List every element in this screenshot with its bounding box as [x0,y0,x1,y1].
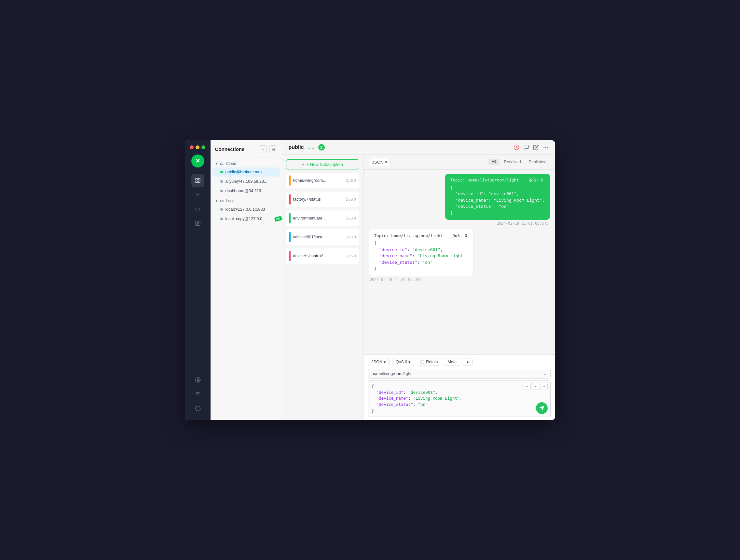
svg-rect-2 [196,181,197,183]
subscription-qos: QoS 0 [346,235,356,239]
chevron-down-icon: ▼ [215,161,218,165]
messages-list: Topic: home/livingroom/light QoS: 0 { "d… [364,170,555,354]
new-subscription-button[interactable]: + + New Subscription [286,159,359,170]
svg-point-17 [544,147,544,148]
subscription-color-indicator [289,175,291,186]
nav-code-icon[interactable] [191,203,204,216]
filter-published-button[interactable]: Published [526,159,550,165]
connection-name: dashboard@34.219.... [225,189,266,193]
connection-item-local-copy[interactable]: local_copy@127.0.0.... SSL [212,214,280,223]
connection-status-dot [220,180,223,183]
nav-connections-icon[interactable] [191,174,204,187]
subscription-count-badge: 2 [318,144,325,150]
connection-status-dot [220,218,223,220]
svg-point-18 [545,147,546,148]
retain-button[interactable]: Retain [417,358,441,366]
message-item-sent: Topic: home/livingroom/light QoS: 0 { "d… [369,174,550,226]
local-group-header[interactable]: ▼ 🗂 Local [210,197,282,205]
expand-composer-button[interactable]: ▲ [463,358,472,366]
subscription-color-indicator [289,232,291,242]
topic-input[interactable] [372,371,543,376]
message-topic-received: Topic: home/livingroom/light QoS: 0 [374,233,469,238]
content-area: + + New Subscription home/livingroom... … [282,155,555,420]
subscription-color-indicator [289,251,291,261]
message-topic-sent: Topic: home/livingroom/light QoS: 0 [450,178,545,183]
payload-text[interactable]: { "device_id": "device001", "device_name… [372,383,547,414]
chevron-down-icon: ▾ [408,360,411,364]
subscription-item[interactable]: factory/+/status QoS 0 [286,192,359,207]
app-logo: ✕ [191,154,204,167]
message-item-received: Topic: home/livingroom/light QoS: 0 { "d… [369,229,550,282]
nav-add-icon[interactable] [191,188,204,201]
folder-icon: 🗂 [220,199,224,203]
nav-scripts-icon[interactable] [191,217,204,230]
svg-rect-1 [198,178,200,180]
subscription-item[interactable]: environment/are... QoS 0 [286,210,359,226]
connection-item-dashboard[interactable]: dashboard@34.219.... [212,186,280,196]
qos-select[interactable]: QoS 0 ▾ [392,358,414,366]
maximize-button[interactable] [201,145,205,149]
payload-back-button[interactable]: ← [524,383,531,390]
nav-wifi-icon[interactable] [191,387,204,401]
payload-nav: ← − → [524,383,548,390]
message-log-button[interactable] [523,144,529,150]
qos-value: QoS 0 [396,360,407,364]
subscription-item[interactable]: home/livingroom... QoS 0 [286,173,359,188]
topic-row: ⌄ [368,369,551,378]
payload-minus-button[interactable]: − [532,383,539,390]
connection-status-dot [220,208,223,211]
payload-forward-button[interactable]: → [541,383,548,390]
connection-item-aliyun[interactable]: aliyun@47.109.59.23... [212,177,280,186]
connection-name: local@127.0.0.1:1883 [225,207,265,212]
connection-dropdown-icon[interactable]: ⌄⌄ [307,145,315,150]
layout-button[interactable]: ⊟ [269,145,277,153]
filter-received-button[interactable]: Received [500,159,524,165]
connection-display-name: public [289,144,304,150]
subscription-item[interactable]: vehicle/001/loca... QoS 0 [286,229,359,245]
composer-format-select[interactable]: JSON ▾ [368,358,389,366]
close-button[interactable] [190,145,194,149]
connections-panel: Connections ＋ ⊟ ▼ 🗂 Cloud public@broker.… [210,140,282,420]
nav-settings-icon[interactable] [191,373,204,386]
filter-all-button[interactable]: All [488,159,499,165]
topic-collapse-icon[interactable]: ⌄ [543,371,547,376]
cloud-group-label: Cloud [226,161,236,166]
retain-label: Retain [426,360,438,364]
subscription-topic: factory/+/status [293,197,343,202]
svg-rect-0 [196,178,197,180]
more-options-button[interactable] [543,144,549,150]
message-composer: JSON ▾ QoS 0 ▾ Retain Meta ▲ [364,354,555,420]
cloud-group-header[interactable]: ▼ 🗂 Cloud [210,160,282,167]
connection-item-local[interactable]: local@127.0.0.1:1883 [212,205,280,214]
message-bubble-sent[interactable]: Topic: home/livingroom/light QoS: 0 { "d… [445,174,550,220]
disconnect-button[interactable] [514,144,519,150]
message-bubble-received[interactable]: Topic: home/livingroom/light QoS: 0 { "d… [369,229,474,276]
subscriptions-panel: + + New Subscription home/livingroom... … [282,155,364,420]
chevron-down-icon: ▾ [384,360,386,364]
edit-connection-button[interactable] [533,144,539,150]
connection-item-public[interactable]: public@broker.emqx... [212,167,280,177]
connection-name: local_copy@127.0.0.... [225,217,267,221]
composer-toolbar: JSON ▾ QoS 0 ▾ Retain Meta ▲ [368,358,551,366]
subscription-item[interactable]: device/+/control/... QoS 0 [286,248,359,264]
new-subscription-label: + New Subscription [306,162,343,167]
payload-area: ← − → { "device_id": "device001", "devic… [368,380,551,417]
minimize-button[interactable] [196,145,199,149]
svg-rect-3 [198,181,200,183]
send-message-button[interactable] [536,402,548,414]
meta-button[interactable]: Meta [444,358,460,366]
connection-name: public@broker.emqx... [225,170,266,174]
subscription-qos: QoS 0 [346,216,356,220]
format-select[interactable]: JSON ▾ [369,158,391,166]
app-window: ✕ Connections ＋ ⊟ [185,140,555,420]
retain-indicator [421,360,424,364]
message-body-sent: { "device_id": "device001", "device_name… [450,185,545,216]
add-connection-button[interactable]: ＋ [259,145,267,153]
message-filters: All Received Published [488,159,550,165]
main-header: public ⌄⌄ 2 [282,140,555,155]
svg-point-10 [197,379,198,380]
nav-info-icon[interactable] [191,402,204,415]
ssl-badge: SSL [274,216,282,221]
connections-title: Connections [215,146,257,152]
main-area: public ⌄⌄ 2 [282,140,555,420]
